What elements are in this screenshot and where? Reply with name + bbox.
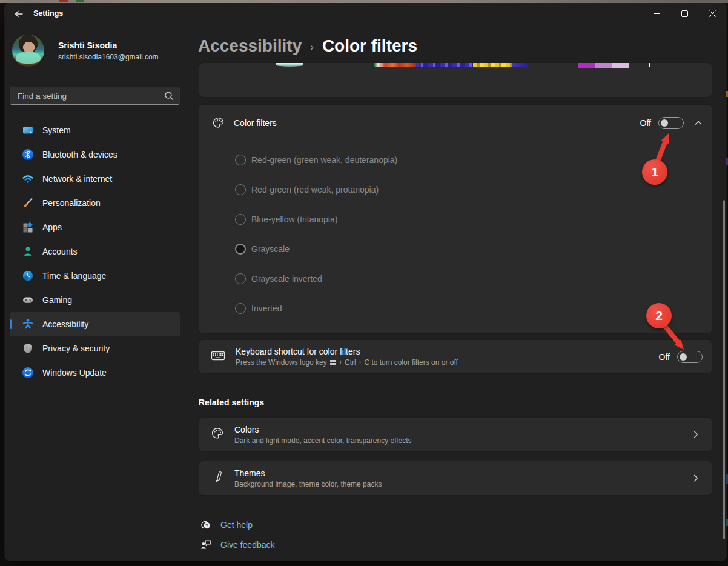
radio-option-label: Grayscale xyxy=(251,244,290,254)
chevron-up-icon[interactable] xyxy=(693,118,703,128)
sidebar-item-apps[interactable]: Apps xyxy=(10,215,180,239)
minimize-icon xyxy=(654,10,660,17)
window-controls xyxy=(643,3,726,24)
sidebar-item-label: System xyxy=(42,125,71,135)
palette-icon xyxy=(211,427,224,442)
sidebar-item-time-language[interactable]: Time & language xyxy=(10,264,180,288)
radio-option-label: Inverted xyxy=(251,304,282,313)
sidebar-item-bluetooth[interactable]: Bluetooth & devices xyxy=(10,142,180,167)
radio-icon xyxy=(235,214,246,225)
gaming-icon xyxy=(22,294,34,306)
maximize-icon xyxy=(681,10,688,17)
sidebar-item-privacy[interactable]: Privacy & security xyxy=(10,336,180,361)
sidebar-item-gaming[interactable]: Gaming xyxy=(10,288,180,312)
colors-card-title: Colors xyxy=(234,425,412,434)
sidebar-item-label: Accessibility xyxy=(42,319,88,329)
palette-icon xyxy=(211,116,225,129)
sidebar-item-label: Network & internet xyxy=(42,174,112,184)
search-icon xyxy=(164,90,174,101)
get-help-icon: ? xyxy=(200,519,212,531)
related-colors-card[interactable]: Colors Dark and light mode, accent color… xyxy=(199,417,712,452)
avatar-detail xyxy=(16,52,41,64)
keyboard-shortcut-description: Press the Windows logo key + Ctrl + C to… xyxy=(236,358,458,367)
sidebar-item-label: Time & language xyxy=(42,271,106,281)
time-language-icon xyxy=(22,270,34,282)
sidebar-item-accessibility[interactable]: Accessibility xyxy=(10,312,180,336)
sidebar-item-label: Gaming xyxy=(42,295,72,305)
user-profile[interactable]: Srishti Sisodia srishti.sisodia1603@gmai… xyxy=(12,35,188,68)
close-icon xyxy=(709,10,716,17)
give-feedback-icon xyxy=(200,539,212,551)
breadcrumb-parent[interactable]: Accessibility xyxy=(198,36,302,56)
color-filter-options: Red-green (green weak, deuteranopia) Red… xyxy=(235,145,700,323)
sidebar-item-label: Personalization xyxy=(42,198,101,208)
themes-card-title: Themes xyxy=(234,468,382,478)
radio-option-inverted[interactable]: Inverted xyxy=(235,293,700,323)
search-box xyxy=(10,87,180,105)
description-suffix: + Ctrl + C to turn color filters on or o… xyxy=(339,358,458,367)
desktop-artifact xyxy=(76,0,84,2)
minimize-button[interactable] xyxy=(643,3,670,24)
related-settings-heading: Related settings xyxy=(199,398,264,407)
give-feedback-label: Give feedback xyxy=(220,540,275,550)
personalization-icon xyxy=(22,197,34,209)
radio-option-tritanopia[interactable]: Blue-yellow (tritanopia) xyxy=(235,204,700,234)
preview-image-fragment xyxy=(578,63,595,68)
description-prefix: Press the Windows logo key xyxy=(236,358,327,367)
radio-selected-icon xyxy=(235,244,246,255)
toggle-knob xyxy=(680,353,687,361)
search-input[interactable] xyxy=(10,87,179,104)
theme-brush-icon xyxy=(211,470,224,486)
windows-logo-key-icon xyxy=(330,360,336,365)
color-filters-title: Color filters xyxy=(234,118,277,128)
window-title: Settings xyxy=(33,3,63,25)
close-button[interactable] xyxy=(698,3,726,24)
settings-window: Settings Srishti Sisodia srishti.sisodia… xyxy=(5,3,726,561)
privacy-shield-icon xyxy=(22,342,34,355)
radio-option-label: Blue-yellow (tritanopia) xyxy=(251,215,337,224)
back-arrow-icon xyxy=(14,9,24,19)
sidebar-item-label: Accounts xyxy=(42,247,78,256)
get-help-link[interactable]: ? Get help xyxy=(200,518,253,532)
sidebar-item-windows-update[interactable]: Windows Update xyxy=(10,361,180,385)
radio-option-grayscale-inverted[interactable]: Grayscale inverted xyxy=(235,264,700,293)
give-feedback-link[interactable]: Give feedback xyxy=(200,538,275,552)
sidebar-item-system[interactable]: System xyxy=(10,118,180,142)
keyboard-shortcut-toggle-label: Off xyxy=(659,352,670,362)
maximize-button[interactable] xyxy=(670,3,698,24)
themes-card-subtitle: Background image, theme color, theme pac… xyxy=(234,480,382,488)
related-themes-card[interactable]: Themes Background image, theme color, th… xyxy=(199,461,712,496)
radio-icon xyxy=(235,155,246,165)
color-filters-toggle[interactable] xyxy=(658,117,684,129)
back-button[interactable] xyxy=(10,5,28,23)
scrollbar-thumb[interactable] xyxy=(723,200,725,539)
radio-option-deuteranopia[interactable]: Red-green (green weak, deuteranopia) xyxy=(235,145,700,175)
svg-text:?: ? xyxy=(205,522,208,528)
color-filters-header[interactable]: Color filters Off xyxy=(199,105,712,141)
get-help-label: Get help xyxy=(220,520,253,530)
breadcrumb-separator-icon: › xyxy=(310,41,314,53)
selected-indicator xyxy=(10,319,12,329)
preview-image-fragment xyxy=(649,63,650,67)
radio-option-protanopia[interactable]: Red-green (red weak, protanopia) xyxy=(235,175,700,204)
radio-option-label: Red-green (red weak, protanopia) xyxy=(251,185,379,195)
radio-option-grayscale[interactable]: Grayscale xyxy=(235,234,700,264)
radio-icon xyxy=(235,184,246,195)
profile-email: srishti.sisodia1603@gmail.com xyxy=(58,53,159,61)
bluetooth-icon xyxy=(22,148,34,161)
sidebar-item-network[interactable]: Network & internet xyxy=(10,167,180,191)
preview-image-fragment xyxy=(416,63,473,67)
sidebar-item-accounts[interactable]: Accounts xyxy=(10,239,180,264)
sidebar-item-personalization[interactable]: Personalization xyxy=(10,191,180,215)
keyboard-shortcut-toggle[interactable] xyxy=(677,351,703,363)
titlebar: Settings xyxy=(5,3,726,25)
radio-option-label: Red-green (green weak, deuteranopia) xyxy=(251,155,397,165)
preview-image-fragment xyxy=(374,63,416,67)
avatar xyxy=(12,35,44,67)
keyboard-shortcut-title: Keyboard shortcut for color filters xyxy=(236,347,458,356)
color-preview-card xyxy=(199,62,712,98)
radio-icon xyxy=(235,273,246,284)
keyboard-shortcut-card[interactable]: Keyboard shortcut for color filters Pres… xyxy=(199,339,712,374)
preview-image-fragment xyxy=(276,63,303,67)
profile-name: Srishti Sisodia xyxy=(58,41,117,50)
